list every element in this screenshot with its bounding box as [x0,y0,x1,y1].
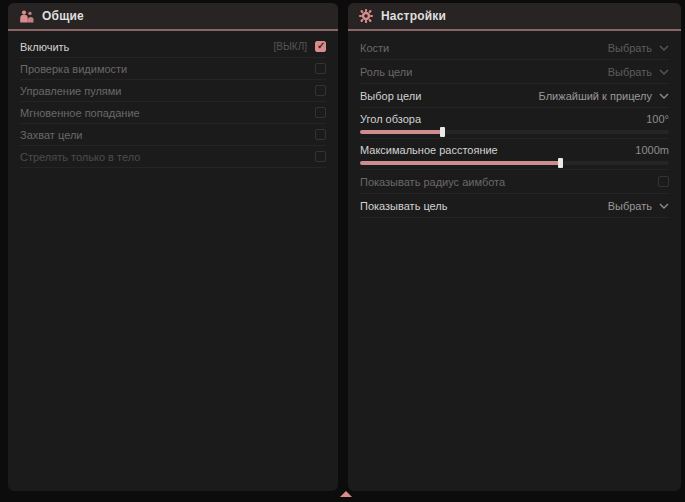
row-label: Захват цели [20,129,82,141]
row-label: Управление пулями [20,85,122,97]
body-only-checkbox[interactable] [315,151,326,162]
dropdown-value: Выбрать [608,200,652,212]
row-body-only: Стрелять только в тело [20,146,326,168]
row-target-lock: Захват цели [20,124,326,146]
panel-title: Общие [42,9,84,23]
enable-checkbox[interactable] [315,41,326,52]
row-label: Выбор цели [360,90,421,102]
users-icon [19,10,34,23]
bullet-control-checkbox[interactable] [315,85,326,96]
dropdown-value: Ближайший к прицелу [539,90,652,102]
target-selection-dropdown[interactable]: Ближайший к прицелу [539,90,669,102]
row-target-role: Роль цели Выбрать [360,60,669,84]
panel-settings: Настройки Кости Выбрать Роль цели Выбрат… [348,3,681,491]
dropdown-value: Выбрать [608,66,652,78]
max-distance-slider[interactable] [360,158,669,168]
row-show-target: Показывать цель Выбрать [360,194,669,218]
row-label: Роль цели [360,66,412,78]
row-label: Показывать радиус аимбота [360,176,505,188]
slider-handle[interactable] [558,158,563,168]
row-label: Включить [20,41,69,53]
target-lock-checkbox[interactable] [315,129,326,140]
row-label: Угол обзора [360,113,421,125]
slider-fill [360,161,561,165]
instant-hit-checkbox[interactable] [315,107,326,118]
chevron-down-icon [659,203,669,209]
row-visibility-check: Проверка видимости [20,58,326,80]
hotkey-tag: [ВЫКЛ] [274,41,307,52]
slider-value: 100° [646,113,669,125]
row-show-aimbot-radius: Показывать радиус аимбота [360,170,669,194]
menu-collapse-arrow-icon[interactable] [340,491,352,497]
row-max-distance: Максимальное расстояние 1000m [360,139,669,170]
chevron-down-icon [659,93,669,99]
bones-dropdown[interactable]: Выбрать [608,42,669,54]
dropdown-value: Выбрать [608,42,652,54]
row-label: Максимальное расстояние [360,144,498,156]
panel-general-header: Общие [8,3,338,31]
chevron-down-icon [659,69,669,75]
row-bullet-control: Управление пулями [20,80,326,102]
slider-fill [360,130,443,134]
show-target-dropdown[interactable]: Выбрать [608,200,669,212]
target-role-dropdown[interactable]: Выбрать [608,66,669,78]
row-label: Кости [360,42,389,54]
row-instant-hit: Мгновенное попадание [20,102,326,124]
gear-icon [359,9,373,23]
row-label: Проверка видимости [20,63,127,75]
row-label: Показывать цель [360,200,448,212]
row-label: Мгновенное попадание [20,107,140,119]
row-fov: Угол обзора 100° [360,108,669,139]
chevron-down-icon [659,45,669,51]
row-target-selection: Выбор цели Ближайший к прицелу [360,84,669,108]
row-label: Стрелять только в тело [20,151,140,163]
visibility-check-checkbox[interactable] [315,63,326,74]
panel-title: Настройки [381,9,446,23]
show-aimbot-radius-checkbox[interactable] [658,176,669,187]
slider-value: 1000m [635,144,669,156]
fov-slider[interactable] [360,127,669,137]
slider-handle[interactable] [440,127,445,137]
panel-settings-header: Настройки [348,3,681,31]
row-bones: Кости Выбрать [360,36,669,60]
panel-general: Общие Включить [ВЫКЛ] Проверка видимости… [8,3,338,491]
row-enable: Включить [ВЫКЛ] [20,36,326,58]
